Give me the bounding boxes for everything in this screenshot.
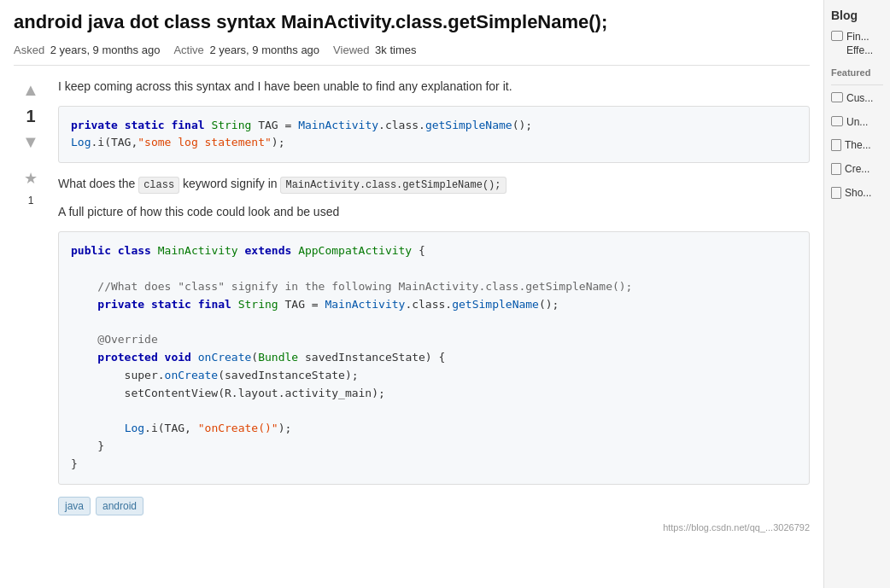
sidebar: Blog Fin... Effe... Featured Cus... Un..…	[823, 0, 890, 588]
sidebar-item-cre[interactable]: Cre...	[831, 163, 883, 177]
favorite-button[interactable]: ★	[18, 166, 44, 191]
meta-bar: Asked 2 years, 9 months ago Active 2 yea…	[14, 44, 810, 66]
sidebar-item-sho[interactable]: Sho...	[831, 187, 883, 201]
sidebar-text-uni: Un...	[846, 116, 868, 130]
downvote-button[interactable]: ▼	[18, 130, 44, 155]
page-title: android java dot class syntax MainActivi…	[14, 10, 810, 35]
question-intro: I keep coming across this syntax and I h…	[58, 78, 810, 96]
sidebar-text-the: The...	[845, 139, 871, 153]
viewed-meta: Viewed 3k times	[333, 44, 416, 56]
tag-java[interactable]: java	[58, 497, 91, 515]
active-meta: Active 2 years, 9 months ago	[173, 44, 319, 56]
favorite-count: 1	[28, 195, 34, 207]
sidebar-text-cus: Cus...	[846, 92, 873, 106]
question-desc: A full picture of how this code could lo…	[58, 203, 810, 221]
sidebar-item-uni[interactable]: Un...	[831, 116, 883, 130]
chat-icon-2	[831, 92, 843, 102]
sidebar-text-sho: Sho...	[845, 187, 871, 201]
vote-count: 1	[26, 107, 35, 126]
chat-icon-3	[831, 116, 843, 126]
sidebar-text-fin: Fin... Effe...	[846, 31, 883, 57]
tags-row: java android	[58, 497, 810, 515]
upvote-button[interactable]: ▲	[18, 78, 44, 103]
inline-code-class: class	[138, 177, 179, 194]
sidebar-featured-label: Featured	[831, 67, 883, 78]
sidebar-item-fin[interactable]: Fin... Effe...	[831, 31, 883, 57]
question-body: I keep coming across this syntax and I h…	[58, 78, 810, 533]
question-mid-text: What does the class keyword signify in M…	[58, 175, 810, 193]
url-bar: https://blog.csdn.net/qq_...3026792	[58, 522, 810, 533]
sidebar-text-cre: Cre...	[845, 163, 870, 177]
asked-meta: Asked 2 years, 9 months ago	[14, 44, 160, 56]
vote-column: ▲ 1 ▼ ★ 1	[14, 78, 48, 533]
book-icon-3	[831, 187, 841, 199]
inline-code-method: MainActivity.class.getSimpleName();	[280, 177, 506, 194]
code-block-2: public class MainActivity extends AppCom…	[58, 231, 810, 484]
sidebar-item-cus[interactable]: Cus...	[831, 92, 883, 106]
question-area: ▲ 1 ▼ ★ 1 I keep coming across this synt…	[14, 78, 810, 533]
sidebar-divider	[831, 84, 883, 85]
sidebar-blog-title: Blog	[831, 9, 883, 22]
tag-android[interactable]: android	[96, 497, 143, 515]
book-icon-2	[831, 163, 841, 175]
book-icon-1	[831, 139, 841, 151]
code-block-1: private static final String TAG = MainAc…	[58, 106, 810, 164]
sidebar-item-the[interactable]: The...	[831, 139, 883, 153]
chat-icon	[831, 31, 843, 41]
